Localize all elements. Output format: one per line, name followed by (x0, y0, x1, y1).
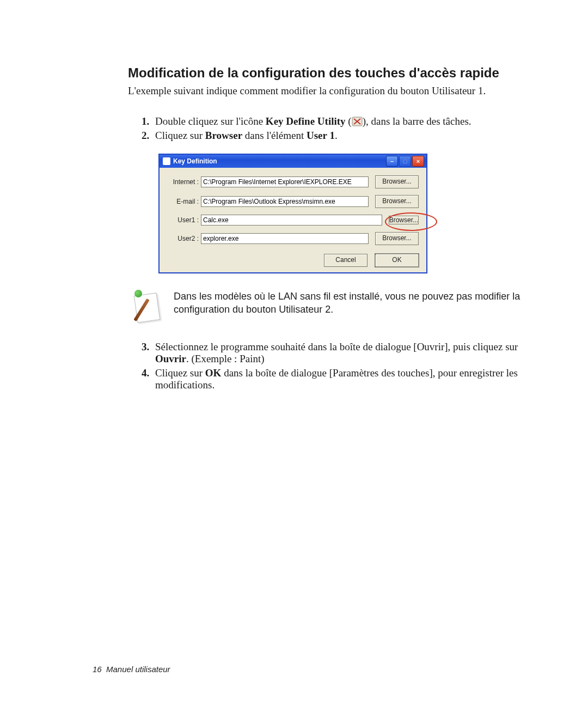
step-3: Sélectionnez le programme souhaité dans … (152, 341, 534, 365)
dialog-body: Internet : Browser... E-mail : Browser..… (160, 168, 426, 272)
step-4: Cliquez sur OK dans la boîte de dialogue… (152, 367, 534, 391)
user1-browser-button[interactable]: Browser... (389, 216, 419, 224)
maximize-button[interactable]: □ (399, 156, 411, 167)
footer-text: Manuel utilisateur (106, 665, 170, 674)
label-internet: Internet : (166, 178, 201, 186)
internet-path-input[interactable] (201, 176, 369, 187)
step-1: Double cliquez sur l'icône Key Define Ut… (152, 115, 534, 127)
dialog-title: Key Definition (173, 157, 385, 165)
label-email: E-mail : (166, 198, 201, 205)
highlight-ring: Browser... (389, 215, 419, 226)
steps-list-1: Double cliquez sur l'icône Key Define Ut… (128, 115, 534, 142)
section-heading: Modification de la configuration des tou… (128, 65, 534, 81)
document-page: Modification de la configuration des tou… (0, 0, 588, 713)
user1-path-input[interactable] (201, 215, 382, 226)
note-icon (132, 290, 161, 321)
row-user1: User1 : Browser... (166, 215, 419, 226)
note-text: Dans les modèles où le LAN sans fil est … (174, 290, 534, 316)
email-browser-button[interactable]: Browser... (375, 195, 419, 208)
step-2: Cliquez sur Browser dans l'élément User … (152, 130, 534, 142)
row-email: E-mail : Browser... (166, 195, 419, 208)
intro-paragraph: L'exemple suivant indique comment modifi… (128, 85, 534, 97)
row-internet: Internet : Browser... (166, 175, 419, 188)
minimize-button[interactable]: – (386, 156, 398, 167)
footer-page-number: 16 (93, 665, 102, 674)
row-user2: User2 : Browser... (166, 232, 419, 245)
steps-list-2: Sélectionnez le programme souhaité dans … (128, 341, 534, 391)
note-block: Dans les modèles où le LAN sans fil est … (132, 290, 534, 321)
user2-path-input[interactable] (201, 233, 369, 244)
email-path-input[interactable] (201, 196, 369, 207)
ok-button[interactable]: OK (375, 254, 419, 267)
key-definition-dialog-figure: Key Definition – □ × Internet : Browser.… (158, 154, 534, 273)
dialog-titlebar[interactable]: Key Definition – □ × (160, 155, 426, 168)
key-definition-dialog: Key Definition – □ × Internet : Browser.… (158, 154, 427, 273)
close-button[interactable]: × (412, 156, 424, 167)
app-icon (163, 157, 170, 165)
user2-browser-button[interactable]: Browser... (375, 232, 419, 245)
cancel-button[interactable]: Cancel (324, 254, 367, 267)
key-define-utility-icon (352, 117, 363, 126)
dialog-button-row: Cancel OK (166, 254, 419, 267)
page-footer: 16 Manuel utilisateur (93, 665, 170, 674)
label-user2: User2 : (166, 235, 201, 242)
label-user1: User1 : (166, 216, 201, 224)
internet-browser-button[interactable]: Browser... (375, 175, 419, 188)
